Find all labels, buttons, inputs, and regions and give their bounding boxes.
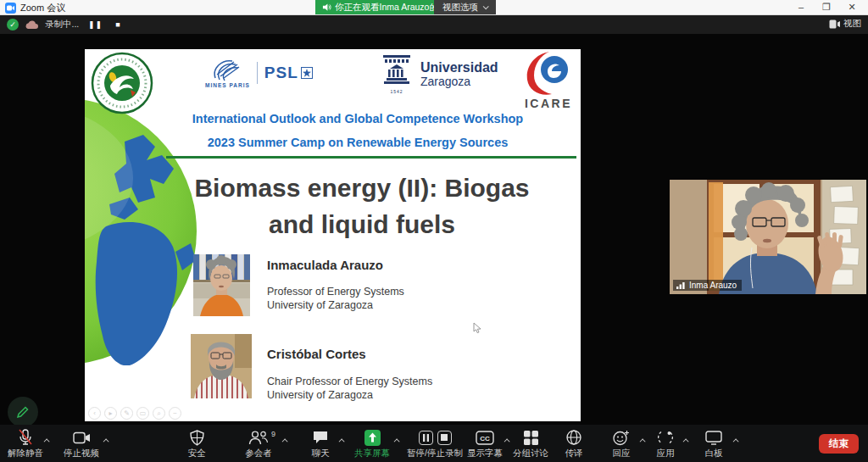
toolbar-label: 安全 <box>188 448 206 459</box>
frame-icon[interactable]: ▭ <box>136 407 149 420</box>
stop-recording-button[interactable]: ■ <box>112 20 124 29</box>
chevron-up-icon[interactable] <box>339 438 345 444</box>
more-icon[interactable]: − <box>169 407 181 420</box>
header-rule <box>166 156 576 159</box>
psl-star-icon <box>301 67 313 79</box>
toolbar-label: 应用 <box>657 448 675 459</box>
toolbar-label: 显示字幕 <box>467 448 503 459</box>
annotate-button[interactable] <box>8 397 38 427</box>
toolbar-label: 分组讨论 <box>513 448 548 459</box>
mines-paris-label: MINES PARIS <box>205 82 250 88</box>
whiteboard-icon <box>705 431 722 445</box>
uz-founding-year: 1542 <box>390 89 403 94</box>
logo-divider <box>257 62 258 84</box>
play-icon[interactable]: ▸ <box>104 407 117 420</box>
security-button[interactable]: 安全 <box>173 428 220 459</box>
window-title: Zoom 会议 <box>20 2 65 14</box>
breakout-rooms-button[interactable]: 分组讨论 <box>507 428 554 459</box>
icare-swirl-icon <box>524 51 573 95</box>
mines-psl-logo: MINES PARIS PSL <box>205 58 313 88</box>
view-button[interactable]: 视图 <box>829 18 861 30</box>
captions-icon: CC <box>476 431 494 445</box>
toolbar-label: 参会者 <box>245 448 272 459</box>
interpretation-button[interactable]: 传译 <box>554 428 593 459</box>
title-bar: Zoom 会议 你正在观看Inma Arauzo的屏幕 视图选项 – ❐ ✕ <box>0 0 868 15</box>
slide-title-line1: Biomass energy (II): Biogas <box>163 170 561 206</box>
close-button[interactable]: ✕ <box>839 0 865 14</box>
participants-icon <box>248 430 269 445</box>
toolbar-label: 解除静音 <box>8 448 43 459</box>
slide-title-line2: and liquid fuels <box>163 206 561 242</box>
pause-recording-icon[interactable] <box>419 431 433 445</box>
draw-icon[interactable]: ✎ <box>120 407 133 420</box>
presenter-name: Cristóbal Cortes <box>267 347 366 361</box>
chevron-up-icon[interactable] <box>733 438 739 444</box>
cloud-recording-icon <box>25 19 39 30</box>
apps-button[interactable]: 应用 <box>644 428 687 459</box>
chevron-down-icon <box>483 3 489 9</box>
prev-page-icon[interactable]: ‹ <box>88 407 101 420</box>
share-screen-icon <box>364 430 381 446</box>
camera-icon <box>73 431 91 444</box>
document-viewer-controls: ‹ ▸ ✎ ▭ ⌕ − <box>88 407 181 420</box>
show-captions-button[interactable]: CC 显示字幕 <box>461 428 509 459</box>
reactions-icon <box>613 430 630 446</box>
minimize-button[interactable]: – <box>788 0 814 14</box>
whiteboard-button[interactable]: 白板 <box>690 428 737 459</box>
speaker-video-frame <box>670 180 866 294</box>
chevron-up-icon[interactable] <box>683 438 689 444</box>
interpretation-icon <box>566 430 581 445</box>
stop-recording-icon[interactable] <box>437 431 452 445</box>
meeting-toolbar: 解除静音 停止视频 安全 <box>0 425 868 462</box>
presenter-photo-cristobal <box>191 334 252 398</box>
stop-video-button[interactable]: 停止视频 <box>54 428 108 459</box>
view-options-button[interactable]: 视图选项 <box>434 0 496 14</box>
mines-swirl-icon <box>212 58 242 81</box>
presentation-slide: MINES PARIS PSL <box>85 49 581 421</box>
slide-title: Biomass energy (II): Biogas and liquid f… <box>163 170 561 242</box>
end-meeting-button[interactable]: 结束 <box>819 434 859 454</box>
signal-bars-icon <box>676 281 686 289</box>
uz-name-line1: Universidad <box>420 61 498 75</box>
pause-stop-recording-button[interactable]: 暂停/停止录制 <box>400 428 470 459</box>
share-screen-button[interactable]: 共享屏幕 <box>346 428 398 459</box>
toolbar-label: 共享屏幕 <box>354 448 390 459</box>
pencil-icon <box>16 405 30 419</box>
reactions-button[interactable]: 回应 <box>598 428 644 459</box>
mic-muted-icon <box>18 429 33 446</box>
uz-building-icon <box>380 54 414 88</box>
toolbar-label: 暂停/停止录制 <box>407 448 463 459</box>
chevron-up-icon[interactable] <box>282 438 288 444</box>
participants-button[interactable]: 9 参会者 <box>231 428 287 459</box>
universidad-zaragoza-logo: 1542 Universidad Zaragoza <box>380 54 498 94</box>
zoom-app-icon <box>5 3 16 14</box>
speaker-video-thumbnail[interactable]: Inma Arauzo <box>670 180 866 294</box>
chat-button[interactable]: 聊天 <box>298 428 342 459</box>
presenter-photo-inmaculada <box>193 254 250 316</box>
view-options-label: 视图选项 <box>442 2 478 14</box>
chevron-up-icon[interactable] <box>44 438 50 444</box>
shield-icon <box>190 430 204 446</box>
maximize-button[interactable]: ❐ <box>814 0 839 14</box>
magnifier-icon[interactable]: ⌕ <box>153 407 165 420</box>
toolbar-label: 回应 <box>613 448 631 459</box>
workshop-header-line2: 2023 Summer Camp on Renewable Energy Sou… <box>137 136 578 149</box>
chevron-up-icon[interactable] <box>103 438 109 444</box>
unmute-button[interactable]: 解除静音 <box>2 428 49 459</box>
toolbar-label: 传译 <box>565 448 583 459</box>
workshop-header-line1: International Outlook and Global Compete… <box>137 112 578 125</box>
recording-status: 录制中... <box>45 19 79 31</box>
svg-text:CC: CC <box>480 435 490 443</box>
icare-label: ICARE <box>514 97 581 110</box>
shared-screen-stage: MINES PARIS PSL <box>0 34 868 425</box>
presenter-role-line: Professor of Energy Systems <box>267 285 404 298</box>
chat-icon <box>312 430 329 445</box>
apps-icon <box>658 430 673 445</box>
shield-check-icon[interactable]: ✓ <box>7 19 19 31</box>
chevron-up-icon[interactable] <box>394 438 400 444</box>
icare-logo: ICARE <box>514 51 581 110</box>
participant-name: Inma Arauzo <box>689 281 737 290</box>
participant-name-badge: Inma Arauzo <box>673 280 742 291</box>
zoom-window: Zoom 会议 你正在观看Inma Arauzo的屏幕 视图选项 – ❐ ✕ ✓… <box>0 0 868 462</box>
pause-recording-button[interactable]: ❚❚ <box>85 20 106 29</box>
